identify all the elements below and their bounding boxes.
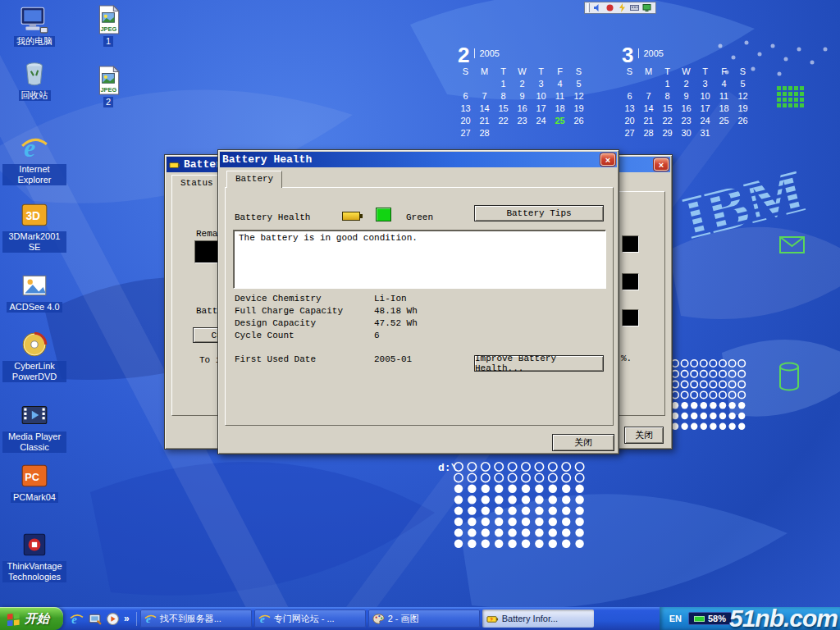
calendar-day: 17 xyxy=(696,103,714,114)
desktop-icon-label: Internet Explorer xyxy=(2,164,66,185)
mail-icon xyxy=(779,236,806,258)
improve-battery-health-button[interactable]: Improve Battery Health... xyxy=(474,355,604,372)
display-icon[interactable] xyxy=(642,3,651,12)
desktop-icon-pcmark04[interactable]: PCPCMark04 xyxy=(2,461,67,503)
pcmark04-icon: PC xyxy=(20,461,49,491)
battery-tray-indicator[interactable]: 58% xyxy=(688,612,732,625)
ibm-logo: IBM xyxy=(670,137,840,266)
calendar-month: 3 xyxy=(622,46,633,64)
field-row: Device ChemistryLi-Ion xyxy=(235,292,587,304)
media-player-icon[interactable] xyxy=(106,612,120,626)
calendar-day: 1 xyxy=(658,79,677,89)
field-label: First Used Date xyxy=(235,354,374,364)
close-button[interactable]: 关闭 xyxy=(624,427,664,444)
desktop-icon-my-computer[interactable]: 我的电脑 xyxy=(2,5,67,47)
field-label: Design Capacity xyxy=(235,318,374,328)
calendar-day: 19 xyxy=(569,103,588,114)
desktop-icon-label: PCMark04 xyxy=(11,492,58,503)
calendar-day: 23 xyxy=(677,116,696,126)
calendar-day: 27 xyxy=(620,128,639,139)
close-icon[interactable]: × xyxy=(654,158,669,171)
desktop-icon-3dmark2001-se[interactable]: 3D3DMark2001 SE xyxy=(2,200,67,253)
close-button[interactable]: 关闭 xyxy=(552,434,614,451)
ie-quicklaunch-icon[interactable]: e xyxy=(70,612,84,626)
calendar-day: 10 xyxy=(696,91,714,102)
battery-tips-button[interactable]: Battery Tips xyxy=(474,205,604,221)
svg-text:JPEG: JPEG xyxy=(100,86,116,94)
show-desktop-icon[interactable] xyxy=(88,612,102,626)
calendar-day: 27 xyxy=(456,128,475,139)
task-label: Battery Infor... xyxy=(502,614,558,623)
close-icon[interactable]: × xyxy=(600,153,615,166)
quicklaunch-overflow-chevron[interactable]: » xyxy=(124,613,130,624)
task-label: 2 - 画图 xyxy=(388,613,419,625)
task-button[interactable]: Battery Infor... xyxy=(482,609,594,628)
desktop-icon-acdsee[interactable]: ACDSee 4.0 xyxy=(2,271,67,313)
desktop-icon-jpeg-file-1[interactable]: JPEG1 xyxy=(75,5,141,47)
cyberlink-powerdvd-icon xyxy=(20,330,49,359)
calendar-day: 31 xyxy=(696,128,714,139)
calendar-day: 19 xyxy=(733,103,752,114)
calendar-day: 12 xyxy=(733,91,752,102)
desktop-icon-internet-explorer[interactable]: eInternet Explorer xyxy=(2,133,67,185)
acdsee-icon xyxy=(20,271,49,300)
wallpaper-dots-pattern-right xyxy=(670,358,752,434)
dialog-title: Battery Health xyxy=(222,153,312,166)
field-label: Device Chemistry xyxy=(235,294,374,304)
grid-icon xyxy=(776,85,806,113)
desktop-icon-media-player-classic[interactable]: Media Player Classic xyxy=(2,400,67,453)
desktop-icon-jpeg-file-2[interactable]: JPEG2 xyxy=(75,66,141,107)
desktop-icon-thinkvantage[interactable]: ThinkVantage Technologies xyxy=(2,530,67,582)
calendar-day: 11 xyxy=(550,91,569,102)
calendar-day: 9 xyxy=(677,91,696,102)
desktop-icon-recycle-bin[interactable]: 回收站 xyxy=(2,59,67,101)
battery-health-titlebar[interactable]: Battery Health × xyxy=(220,152,617,167)
calendar-day: 5 xyxy=(569,79,588,89)
calendar-day: 1 xyxy=(494,79,513,89)
calendar-day: 20 xyxy=(456,116,475,126)
svg-text:PC: PC xyxy=(25,472,39,483)
condition-textbox[interactable]: The battery is in good condition. xyxy=(233,230,606,289)
calendar-weekday: F xyxy=(714,66,733,77)
desktop-icon-cyberlink-powerdvd[interactable]: CyberLink PowerDVD xyxy=(2,330,67,382)
calendar-day: 2 xyxy=(677,79,696,89)
calendar-day xyxy=(639,79,658,89)
desktop-icon-label: ThinkVantage Technologies xyxy=(2,561,66,582)
calendar-day xyxy=(569,128,588,139)
keyboard-icon[interactable] xyxy=(630,3,639,12)
power-icon[interactable] xyxy=(618,3,627,12)
task-button[interactable]: e找不到服务器... xyxy=(140,609,252,628)
health-status-swatch xyxy=(376,208,391,221)
taskbar-tasks: e找不到服务器...e专门网论坛 - ...2 - 画图Battery Info… xyxy=(137,609,597,628)
tab-battery[interactable]: Battery xyxy=(226,171,282,188)
start-button[interactable]: 开始 xyxy=(0,607,63,630)
battery-tray-icon xyxy=(694,616,705,622)
calendar-day xyxy=(494,128,513,139)
calendar-day: 14 xyxy=(639,103,658,114)
svg-text:e: e xyxy=(260,613,265,625)
calendar-day: 30 xyxy=(677,128,696,139)
battery-window-icon xyxy=(169,159,180,171)
task-button[interactable]: 2 - 画图 xyxy=(368,609,480,628)
volume-icon[interactable] xyxy=(593,3,602,12)
task-button[interactable]: e专门网论坛 - ... xyxy=(254,609,366,628)
calendar-day: 11 xyxy=(714,91,733,102)
calendar-day: 26 xyxy=(569,116,588,126)
desktop-icon-label: CyberLink PowerDVD xyxy=(2,361,66,382)
calendar-day xyxy=(475,79,494,89)
svg-text:JPEG: JPEG xyxy=(100,25,116,33)
toolbar-grip[interactable] xyxy=(587,3,590,12)
calendar-day: 24 xyxy=(532,116,550,126)
mute-icon[interactable] xyxy=(605,3,614,12)
field-value: 6 xyxy=(374,331,380,340)
field-value: Li-Ion xyxy=(374,294,407,304)
calendar-weekday: S xyxy=(620,66,639,77)
taskbar: 开始 e » e找不到服务器...e专门网论坛 - ...2 - 画图Batte… xyxy=(0,607,840,630)
calendar-day: 8 xyxy=(658,91,677,102)
calendar-month: 2 xyxy=(458,46,469,64)
calendar-day: 16 xyxy=(513,103,532,114)
thinkvantage-icon xyxy=(20,530,49,559)
status-color-box-2 xyxy=(622,273,639,290)
language-indicator[interactable]: EN xyxy=(669,614,682,623)
tab-status[interactable]: Status xyxy=(171,175,222,192)
